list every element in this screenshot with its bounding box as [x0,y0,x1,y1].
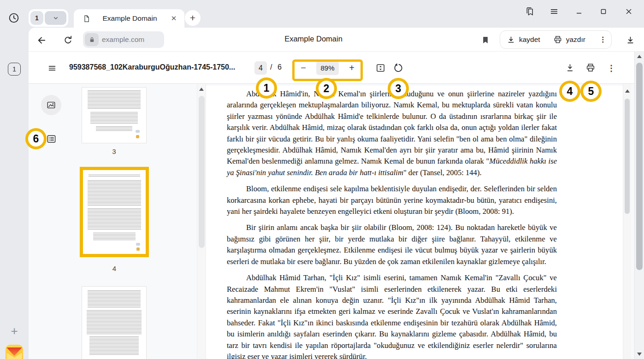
thumb-text-block [88,180,141,206]
hamburger-menu-icon [47,63,57,73]
paragraph-text: " der (Tansel, 2005: 144). [403,168,482,177]
mail-app-button[interactable] [6,345,23,359]
paragraph: Bloom, etkilenme endişesi sele kapılma b… [227,183,557,217]
pdf-page-separator: / [270,63,272,71]
thumb-text-block [87,310,142,334]
scrollbar-thumb[interactable] [199,96,205,248]
site-security-chip[interactable] [85,33,99,46]
printer-icon [585,63,596,73]
maximize-icon [598,6,609,17]
paragraph: Abdülhak Hâmid'in, Namık Kemal'ın şiirle… [227,88,557,178]
back-button[interactable] [35,34,47,46]
close-window-button[interactable] [623,6,634,17]
thumb-text-block [90,112,138,124]
printer-icon [553,35,562,44]
back-arrow-icon [36,35,47,46]
annotation-circle-5: 5 [580,81,602,102]
downloads-button[interactable] [624,34,636,46]
paragraph: Bir şiirin anlamı ancak başka bir şiir o… [227,222,557,267]
thumbnail-scrollbar[interactable] [197,84,206,359]
reload-button[interactable] [62,34,74,46]
pdf-print-button[interactable] [585,62,597,74]
thumb-text-block [89,175,140,177]
scroll-up-arrow[interactable] [637,55,642,58]
page-title: Example Domain [284,35,343,43]
more-actions-button[interactable]: ⋮ [592,31,614,48]
save-label: kaydet [519,35,540,44]
rotate-button[interactable] [392,62,404,74]
save-button[interactable]: kaydet [500,31,547,48]
thumbnail-page-4[interactable] [83,170,146,254]
image-icon [46,100,56,110]
tab-bar: 1 Example Domain ✕ + [0,0,644,28]
minimize-button[interactable] [573,6,585,17]
paragraph: Abdülhak Hâmid Tarhan, "İçli Kız" isimli… [227,272,557,359]
reload-icon [63,35,73,46]
pdf-scrollbar[interactable] [623,84,631,359]
thumb-logo-mark [136,135,139,138]
pdf-current-page[interactable]: 4 [254,61,267,75]
scrollbar-thumb[interactable] [636,63,643,270]
thumb-text-block [88,208,141,230]
thumbnail-label-3: 3 [82,147,146,155]
tab-close-button[interactable]: ✕ [169,14,179,23]
address-bar[interactable]: example.com [83,31,164,48]
bookmark-button[interactable] [479,34,491,46]
print-label: yazdır [566,35,585,44]
outline-view-button[interactable] [45,133,57,145]
minimize-icon [574,6,584,17]
url-text: example.com [102,35,144,44]
rail-add-button[interactable]: + [6,323,22,339]
list-icon [46,134,57,144]
close-icon [624,6,634,17]
tab-group-count: 1 [30,11,43,25]
tab-title: Example Domain [91,14,169,23]
paragraph-text: Abdülhak Hâmid'in, Namık Kemal'ın şiirle… [227,89,557,165]
thumbnail-label-4: 4 [80,265,149,272]
thumbnail-page-3[interactable] [82,88,146,143]
scroll-down-arrow[interactable] [637,353,642,356]
chevron-down-icon [52,14,59,22]
workspace-badge[interactable]: 1 [8,63,21,76]
fit-page-icon [375,63,386,73]
fit-page-button[interactable] [374,62,386,74]
thumb-text-block [88,90,141,110]
annotation-circle-2: 2 [316,78,337,99]
scroll-up-arrow[interactable] [199,88,204,91]
annotation-circle-6: 6 [25,128,47,149]
browser-menu-button[interactable] [549,6,560,17]
page-scrollbar[interactable] [634,52,644,359]
pdf-filename: 959387568_102KaraburguOğuzhan-1745-1750.… [69,63,235,71]
bookmark-icon [481,35,490,45]
tab-example-domain[interactable]: Example Domain ✕ [74,9,184,28]
tab-group-expand[interactable] [45,11,66,25]
annotation-circle-4: 4 [559,81,580,102]
history-clock-button[interactable] [7,11,21,25]
lock-icon [89,36,95,43]
page-icon [82,14,91,23]
new-tab-button[interactable]: + [185,10,201,26]
hamburger-menu-icon [549,6,559,17]
download-icon [507,35,515,44]
tab-group[interactable]: 1 [29,9,68,27]
pdf-more-button[interactable]: ⋮ [606,62,617,74]
thumbnail-page-5[interactable] [82,287,146,359]
maximize-button[interactable] [598,6,609,17]
print-button[interactable]: yazdır [547,31,592,48]
rotate-ccw-icon [393,63,404,73]
browser-side-rail: 1 + ••• [0,28,29,359]
document-actions: kaydet yazdır ⋮ [500,30,612,49]
pdf-download-button[interactable] [564,62,576,74]
thumb-text-block [96,126,132,131]
pdf-total-pages: 6 [278,63,282,71]
scrollbar-thumb[interactable] [625,99,630,214]
browser-window: 1 Example Domain ✕ + [0,0,644,359]
download-icon [565,63,575,73]
thumbnail-view-button[interactable] [41,95,61,115]
pdf-page: Abdülhak Hâmid'in, Namık Kemal'ın şiirle… [206,86,623,359]
pdf-sidebar-toggle[interactable] [46,62,58,74]
bookmarks-panel-icon [524,6,535,17]
side-panel-button[interactable] [524,6,536,18]
scroll-up-arrow[interactable] [625,89,630,93]
download-icon [626,35,635,45]
